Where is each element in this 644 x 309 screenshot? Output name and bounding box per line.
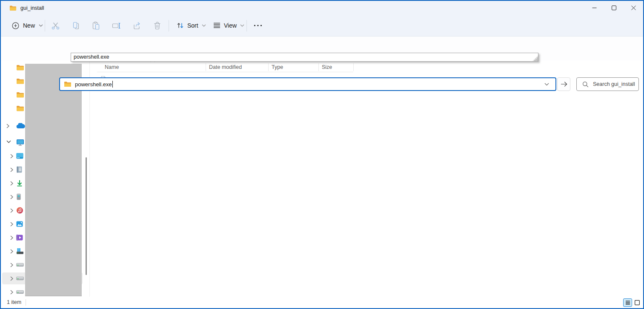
search-icon [582,81,589,88]
view-button[interactable]: View [209,18,249,33]
new-button-label: New [23,22,35,29]
view-button-label: View [224,22,237,29]
trash-icon [153,21,162,30]
cut-button[interactable] [47,18,64,33]
chevron-down-icon [39,24,43,27]
onedrive-cloud-icon [16,123,25,129]
chevron-right-icon[interactable] [10,208,13,213]
details-view-toggle[interactable] [623,298,632,307]
toolbar-separator [246,20,247,31]
column-header-type[interactable]: Type [272,62,283,72]
column-header-date-modified[interactable]: Date modified [209,62,242,72]
share-icon [132,21,141,30]
toolbar-separator [45,20,45,31]
delete-button[interactable] [149,18,166,33]
address-bar[interactable]: powershell.exe [59,77,556,91]
documents-icon [16,166,23,173]
folder-icon [16,92,24,98]
details-view-icon [625,300,630,305]
disk-drive-icon [16,290,24,294]
address-autocomplete-dropdown: powershell.exe [71,53,538,62]
ellipsis-icon [254,25,262,26]
chevron-right-icon[interactable] [10,222,13,227]
large-icons-view-icon [635,300,640,305]
chevron-down-icon [544,83,549,86]
scissors-icon [51,21,60,30]
maximize-button[interactable] [604,1,624,15]
plus-circle-icon [12,22,19,29]
disk-drive-icon [16,277,24,281]
clipboard-icon [92,21,100,30]
chevron-right-icon[interactable] [10,195,13,199]
navigation-pane [1,60,89,297]
chevron-right-icon[interactable] [10,276,13,281]
new-button[interactable]: New [7,18,48,33]
copy-button[interactable] [67,18,84,33]
folder-icon [64,81,72,87]
file-list-panel: Name Date modified Type Size __main__.py… [89,60,643,297]
chevron-right-icon[interactable] [10,249,13,254]
folder-icon [16,65,24,71]
folder-icon [16,105,24,112]
see-more-button[interactable] [249,18,266,33]
column-separator[interactable] [206,63,206,71]
chevron-right-icon[interactable] [10,235,13,240]
sort-arrows-icon [176,22,184,29]
chevron-right-icon[interactable] [10,154,13,159]
rename-button[interactable] [108,18,125,33]
address-input-value[interactable]: powershell.exe [75,81,112,88]
chevron-down-icon[interactable] [6,140,11,143]
disk-drive-icon [16,263,24,267]
title-bar: gui_install [1,1,643,15]
copy-icon [72,21,80,30]
go-to-button[interactable] [557,77,570,91]
column-separator[interactable] [318,63,319,71]
item-count: 1 item [7,297,21,308]
chevron-down-icon [240,24,244,27]
column-separator[interactable] [353,63,354,71]
column-header-size[interactable]: Size [322,62,332,72]
column-separator[interactable] [268,63,269,71]
chevron-right-icon[interactable] [6,124,9,128]
column-header-name[interactable]: Name [105,62,119,72]
header-underline [97,72,353,72]
chevron-right-icon[interactable] [10,181,13,186]
music-icon [16,207,23,214]
file-explorer-window: gui_install New [0,0,644,309]
downloads-icon [16,180,23,187]
windows-drive-icon [16,248,24,255]
search-box[interactable]: Search gui_install [576,77,639,91]
pictures-icon [16,221,23,227]
chevron-right-icon[interactable] [10,263,13,267]
window-title: gui_install [20,5,44,11]
folder-icon [9,5,17,11]
command-bar: New Sort View [1,15,643,37]
address-dropdown-button[interactable] [541,79,552,89]
resize-grip[interactable] [532,56,538,61]
desktop-icon [16,153,23,159]
close-button[interactable] [624,1,643,15]
minimize-button[interactable] [584,1,604,15]
share-button[interactable] [128,18,145,33]
sort-button-label: Sort [187,22,198,29]
paste-button[interactable] [87,18,104,33]
chevron-down-icon [202,24,206,27]
portable-device-icon [16,193,21,200]
this-pc-monitor-icon [16,139,24,146]
window-controls [584,1,643,15]
sidebar-scrollbar-thumb[interactable] [86,157,87,275]
status-separator [26,299,26,306]
folder-icon [16,78,24,85]
autocomplete-suggestion[interactable]: powershell.exe [71,53,538,61]
videos-icon [16,235,23,241]
toolbar-separator [169,20,169,31]
chevron-right-icon[interactable] [10,290,13,295]
large-icons-view-toggle[interactable] [633,298,641,307]
redaction-overlay [25,64,82,296]
chevron-right-icon[interactable] [10,167,13,172]
rename-icon [112,21,121,30]
status-bar: 1 item [1,297,643,308]
sort-button[interactable]: Sort [172,18,210,33]
search-placeholder: Search gui_install [593,81,635,87]
arrow-right-icon [561,81,567,87]
